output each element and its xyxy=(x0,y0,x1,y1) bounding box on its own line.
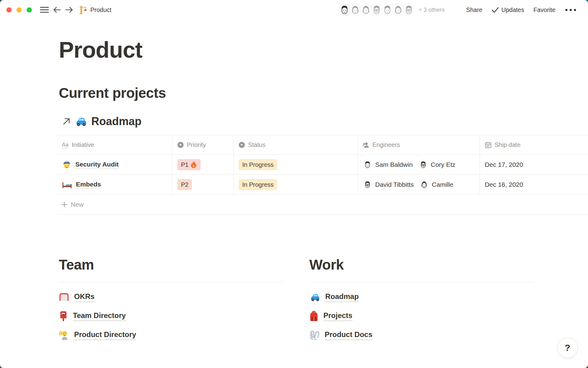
priority-cell[interactable]: P1 xyxy=(172,155,234,174)
status-cell[interactable]: In Progress xyxy=(234,155,358,174)
sidebar-menu-button[interactable] xyxy=(40,6,49,13)
postbox-emoji xyxy=(59,311,68,321)
person-name: David Tibbitts xyxy=(375,181,414,188)
bed-emoji xyxy=(62,180,72,190)
notion-app-window: Product + 3 others Share Updates Favorit… xyxy=(0,0,588,368)
fire-emoji xyxy=(190,161,197,168)
page-link-okrs[interactable]: OKRs xyxy=(59,288,283,307)
collaborator-avatar[interactable] xyxy=(349,4,361,16)
person-name: Cory Etz xyxy=(431,161,456,168)
column-header-ship-date[interactable]: Ship date xyxy=(480,135,588,155)
status-tag: In Progress xyxy=(239,159,277,170)
column-header-engineers[interactable]: Engineers xyxy=(358,135,480,155)
dot-icon xyxy=(570,9,572,11)
arrow-right-icon xyxy=(65,6,74,13)
help-button[interactable]: ? xyxy=(557,338,578,358)
priority-cell[interactable]: P2 xyxy=(172,175,234,194)
select-property-icon xyxy=(239,142,245,148)
collaborator-avatar[interactable] xyxy=(338,4,351,16)
page-link-product-directory[interactable]: Product Directory xyxy=(59,326,283,345)
person-chip: Camille xyxy=(419,180,453,190)
calendar-property-icon xyxy=(485,142,492,148)
collaborator-avatar[interactable] xyxy=(381,4,394,16)
page-link[interactable]: Security Audit xyxy=(62,160,119,170)
bottom-columns: Team OKRs xyxy=(59,258,534,345)
question-mark-label: ? xyxy=(565,343,570,353)
check-icon xyxy=(492,7,499,13)
breadcrumb-page-title: Product xyxy=(90,6,111,13)
hamburger-icon xyxy=(40,6,49,13)
page-link-team-directory[interactable]: Team Directory xyxy=(59,307,283,326)
table-row: Security Audit P1 In Progress xyxy=(57,155,588,175)
initiative-cell[interactable]: Embeds xyxy=(57,175,172,194)
minimize-window-button[interactable] xyxy=(17,7,22,13)
collaborator-avatar[interactable] xyxy=(392,4,404,16)
person-name: Sam Baldwin xyxy=(375,161,413,168)
page-link-roadmap[interactable]: Roadmap xyxy=(309,288,534,307)
person-property-icon xyxy=(363,142,369,148)
police-officer-emoji xyxy=(62,160,72,170)
more-options-button[interactable] xyxy=(565,9,576,11)
linked-database-title[interactable]: Roadmap xyxy=(62,114,141,129)
person-chip: Sam Baldwin xyxy=(363,160,413,170)
person-avatar xyxy=(363,180,372,190)
current-projects-heading: Current projects xyxy=(59,86,166,100)
blue-car-emoji xyxy=(74,115,87,128)
collaborator-avatars[interactable] xyxy=(338,4,415,16)
topbar-actions: + 3 others Share Updates Favorite xyxy=(338,4,578,16)
initiative-title: Security Audit xyxy=(75,161,119,169)
work-column: Work Roadmap Projects xyxy=(309,258,534,345)
select-property-icon xyxy=(177,142,184,148)
page-link-projects[interactable]: Projects xyxy=(309,307,534,326)
person-avatar xyxy=(363,160,372,170)
team-column: Team OKRs xyxy=(59,258,283,345)
collaborator-avatar[interactable] xyxy=(403,4,415,16)
blue-car-emoji xyxy=(309,292,320,302)
paperclips-emoji xyxy=(309,330,320,340)
person-chip: David Tibbitts xyxy=(363,180,414,190)
updates-button[interactable]: Updates xyxy=(492,6,524,13)
dot-icon xyxy=(565,9,567,11)
window-controls xyxy=(6,7,32,13)
back-button[interactable] xyxy=(53,6,61,13)
table-row: Embeds P2 In Progress David Tibbitts Cam… xyxy=(57,175,588,195)
ship-date: Dec 16, 2020 xyxy=(485,181,523,188)
initiative-cell[interactable]: Security Audit xyxy=(57,155,172,174)
backpack-emoji xyxy=(309,311,318,321)
page-link-product-docs[interactable]: Product Docs xyxy=(309,326,534,345)
engineers-cell[interactable]: David Tibbitts Camille xyxy=(358,175,480,194)
ship-date-cell[interactable]: Dec 16, 2020 xyxy=(480,175,588,194)
column-header-status[interactable]: Status xyxy=(234,135,358,155)
close-window-button[interactable] xyxy=(6,7,12,13)
zoom-window-button[interactable] xyxy=(27,7,32,13)
status-cell[interactable]: In Progress xyxy=(234,175,358,194)
more-collaborators-label[interactable]: + 3 others xyxy=(419,6,445,13)
person-chip: Cory Etz xyxy=(418,160,456,170)
share-button[interactable]: Share xyxy=(466,6,482,13)
page-link[interactable]: Embeds xyxy=(62,180,101,190)
work-heading: Work xyxy=(309,258,534,275)
priority-tag: P1 xyxy=(177,159,201,170)
status-tag: In Progress xyxy=(239,179,277,190)
ship-date-cell[interactable]: Dec 17, 2020 xyxy=(480,155,588,174)
engineers-cell[interactable]: Sam Baldwin Cory Etz xyxy=(358,155,480,174)
plus-icon xyxy=(61,201,68,208)
collaborator-avatar[interactable] xyxy=(371,4,383,16)
page-title: Product xyxy=(59,39,142,61)
column-header-priority[interactable]: Priority xyxy=(172,135,234,155)
building-construction-emoji xyxy=(78,5,88,14)
favorite-button[interactable]: Favorite xyxy=(533,6,556,13)
divider xyxy=(59,282,283,282)
forward-button[interactable] xyxy=(65,6,74,13)
work-links: Roadmap Projects xyxy=(309,288,534,345)
team-links: OKRs Team Directory xyxy=(59,288,283,345)
person-raising-hand-emoji xyxy=(59,330,69,340)
roadmap-table: Aa Initiative Priority Status Engineers … xyxy=(57,135,588,215)
breadcrumb[interactable]: Product xyxy=(78,5,111,14)
new-row-button[interactable]: New xyxy=(57,195,588,215)
collaborator-avatar[interactable] xyxy=(360,4,372,16)
arrow-up-right-icon xyxy=(62,117,70,125)
dot-icon xyxy=(574,9,576,11)
column-header-initiative[interactable]: Aa Initiative xyxy=(57,135,172,155)
initiative-title: Embeds xyxy=(76,181,101,189)
